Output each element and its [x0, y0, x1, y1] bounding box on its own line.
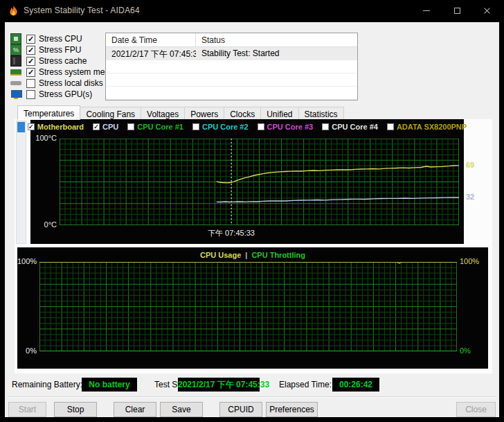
flame-icon	[8, 5, 19, 17]
close-icon	[483, 7, 491, 15]
time-marker-label: 下午 07:45:33	[169, 228, 294, 238]
legend-item-cpu: ✓CPU	[93, 123, 118, 131]
tab-clocks[interactable]: Clocks	[224, 107, 261, 120]
legend-item-cpu-core-4: CPU Core #4	[322, 123, 378, 131]
close-button[interactable]	[471, 0, 503, 21]
series-cpu-usage	[39, 262, 457, 263]
cache-icon	[10, 55, 21, 67]
separator-line	[8, 396, 496, 398]
battery-value: No battery	[82, 378, 137, 392]
tab-unified[interactable]: Unified	[261, 107, 298, 120]
log-row-empty	[106, 60, 357, 73]
cpu-usage-chart-title: CPU Usage|CPU Throttling	[17, 251, 488, 259]
close-button: Close	[456, 402, 496, 417]
test-started-value: 2021/2/17 下午 07:45:33	[178, 378, 260, 392]
legend-label: Motherboard	[37, 123, 84, 131]
maximize-icon	[454, 8, 460, 14]
temperature-chart: ✓Motherboard✓CPUCPU Core #1CPU Core #2CP…	[30, 119, 464, 244]
log-row[interactable]: 2021/2/17 下午 07:45:33Stability Test: Sta…	[106, 47, 357, 60]
stress-option-label: Stress cache	[39, 56, 87, 66]
y-axis-max-label: 100°C	[30, 134, 57, 142]
legend-checkbox-adata-sx8200pnp[interactable]	[387, 123, 394, 130]
log-table-header: Date & Time Status	[106, 33, 357, 47]
save-button[interactable]: Save	[160, 402, 203, 417]
legend-checkbox-cpu-core-3[interactable]	[258, 123, 264, 130]
stress-option-label: Stress GPU(s)	[39, 89, 92, 99]
stress-option-label: Stress local disks	[39, 78, 103, 88]
battery-label: Remaining Battery:	[12, 380, 82, 389]
checkbox-stress-system-memory[interactable]: ✓	[26, 68, 35, 77]
scrollbar-thumb[interactable]	[17, 122, 25, 132]
legend-label: ADATA SX8200PNP	[397, 123, 467, 131]
checkbox-stress-cache[interactable]: ✓	[26, 57, 35, 66]
tab-temperatures[interactable]: Temperatures	[17, 105, 80, 120]
cpu-icon	[10, 33, 21, 44]
checkbox-stress-gpu-s[interactable]	[26, 90, 35, 99]
minimize-button[interactable]	[411, 0, 442, 21]
cpuid-button[interactable]: CPUID	[219, 402, 262, 417]
stop-button[interactable]: Stop	[54, 402, 97, 417]
memory-icon	[10, 67, 21, 78]
temperature-legend: ✓Motherboard✓CPUCPU Core #1CPU Core #2CP…	[30, 123, 464, 131]
cpu-usage-chart: CPU Usage|CPU Throttling 100% 0% 100% 0%	[17, 247, 488, 369]
clear-button[interactable]: Clear	[114, 402, 156, 417]
elapsed-time-label: Elapsed Time:	[279, 380, 332, 389]
usage-left-max-label: 100%	[17, 257, 37, 265]
start-button: Start	[8, 402, 46, 417]
status-bar: Remaining Battery: No battery Test Start…	[5, 378, 499, 392]
window-title: System Stability Test - AIDA64	[24, 6, 140, 15]
legend-item-motherboard: ✓Motherboard	[28, 123, 84, 131]
stress-option-label: Stress CPU	[39, 34, 82, 44]
tab-voltages[interactable]: Voltages	[141, 107, 185, 120]
tab-powers[interactable]: Powers	[185, 107, 224, 120]
log-status: Stability Test: Started	[196, 47, 280, 60]
maximize-button[interactable]	[442, 0, 473, 21]
checkbox-stress-local-disks[interactable]	[26, 79, 35, 88]
column-header-datetime: Date & Time	[106, 33, 196, 46]
tab-strip: TemperaturesCooling FansVoltagesPowersCl…	[17, 106, 344, 120]
chart-title-part: CPU Throttling	[251, 251, 305, 259]
app-window: System Stability Test - AIDA64 ✓Stress C…	[0, 0, 504, 422]
column-header-status: Status	[196, 33, 225, 46]
legend-checkbox-motherboard[interactable]: ✓	[28, 123, 35, 130]
graphs-scrollbar[interactable]	[16, 121, 26, 244]
action-buttons-row: StartStopClearSaveCPUIDPreferencesClose	[5, 402, 499, 417]
fpu-icon: %	[10, 44, 21, 55]
dialog-body: ✓Stress CPU%✓Stress FPU✓Stress cache✓Str…	[5, 22, 499, 417]
legend-checkbox-cpu[interactable]: ✓	[93, 123, 100, 130]
log-row-empty	[106, 87, 357, 100]
titlebar: System Stability Test - AIDA64	[0, 0, 504, 22]
usage-right-min-label: 0%	[460, 346, 487, 355]
temperatures-tab-panel: ✓Motherboard✓CPUCPU Core #1CPU Core #2CP…	[15, 119, 492, 373]
legend-label: CPU Core #4	[332, 123, 378, 131]
legend-label: CPU Core #2	[202, 123, 249, 131]
tab-statistics[interactable]: Statistics	[299, 107, 344, 120]
elapsed-time-value: 00:26:42	[332, 378, 379, 392]
legend-item-adata-sx8200pnp: ADATA SX8200PNP	[387, 123, 467, 131]
minimize-icon	[423, 10, 430, 11]
legend-checkbox-cpu-core-2[interactable]	[192, 123, 199, 130]
log-datetime: 2021/2/17 下午 07:45:33	[106, 47, 196, 60]
log-table-body: 2021/2/17 下午 07:45:33Stability Test: Sta…	[106, 47, 357, 113]
legend-checkbox-cpu-core-4[interactable]	[322, 123, 329, 130]
preferences-button[interactable]: Preferences	[266, 402, 318, 417]
stress-option-label: Stress FPU	[39, 45, 81, 55]
current-value-cpu: 32	[462, 193, 486, 201]
chart-title-part: |	[245, 251, 247, 259]
legend-label: CPU Core #3	[267, 123, 314, 131]
checkbox-stress-fpu[interactable]: ✓	[26, 46, 35, 55]
event-log-table[interactable]: Date & Time Status 2021/2/17 下午 07:45:33…	[105, 33, 358, 100]
series-motherboard	[217, 166, 459, 183]
checkbox-stress-cpu[interactable]: ✓	[26, 35, 35, 44]
y-axis-min-label: 0°C	[36, 220, 57, 229]
log-row-empty	[106, 73, 357, 87]
legend-item-cpu-core-2: CPU Core #2	[192, 123, 249, 131]
usage-right-max-label: 100%	[460, 257, 487, 265]
legend-item-cpu-core-1: CPU Core #1	[127, 123, 183, 131]
temperature-plot	[60, 139, 459, 225]
legend-checkbox-cpu-core-1[interactable]	[127, 123, 134, 130]
chart-title-part: CPU Usage	[200, 251, 241, 259]
current-value-motherboard: 69	[462, 161, 486, 169]
cpu-usage-plot	[39, 262, 457, 351]
tab-cooling-fans[interactable]: Cooling Fans	[80, 107, 141, 120]
